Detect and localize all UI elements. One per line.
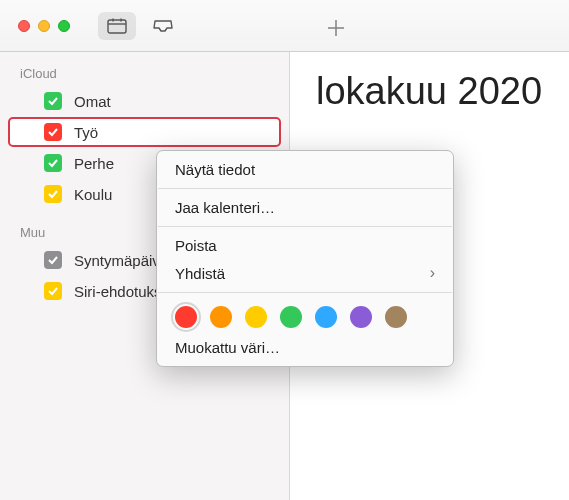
zoom-window-button[interactable] [58,20,70,32]
plus-icon [326,18,346,38]
menu-label: Jaa kalenteri… [175,199,275,216]
titlebar [0,0,569,52]
color-swatch-red[interactable] [175,306,197,328]
checkbox-icon[interactable] [44,185,62,203]
close-window-button[interactable] [18,20,30,32]
inbox-button[interactable] [144,12,182,40]
checkbox-icon[interactable] [44,251,62,269]
checkbox-icon[interactable] [44,282,62,300]
calendars-toggle-button[interactable] [98,12,136,40]
menu-item-custom-color[interactable]: Muokattu väri… [157,334,453,361]
inbox-icon [153,18,173,34]
checkbox-icon[interactable] [44,92,62,110]
checkbox-icon[interactable] [44,154,62,172]
color-swatch-brown[interactable] [385,306,407,328]
menu-item-show-info[interactable]: Näytä tiedot [157,156,453,183]
color-swatch-yellow[interactable] [245,306,267,328]
app-window: iCloud Omat Työ Perhe [0,0,569,500]
calendar-label: Työ [74,124,98,141]
color-swatch-purple[interactable] [350,306,372,328]
menu-label: Näytä tiedot [175,161,255,178]
calendar-icon [107,18,127,34]
minimize-window-button[interactable] [38,20,50,32]
calendar-label: Omat [74,93,111,110]
menu-separator [158,226,452,227]
svg-rect-0 [108,20,126,33]
calendar-label: Koulu [74,186,112,203]
context-menu: Näytä tiedot Jaa kalenteri… Poista Yhdis… [156,150,454,367]
color-swatch-green[interactable] [280,306,302,328]
color-swatch-blue[interactable] [315,306,337,328]
calendar-item-omat[interactable]: Omat [8,86,281,116]
calendar-label: Perhe [74,155,114,172]
section-header-icloud: iCloud [0,60,289,85]
menu-item-merge[interactable]: Yhdistä › [157,259,453,287]
menu-separator [158,188,452,189]
menu-item-delete[interactable]: Poista [157,232,453,259]
add-event-button[interactable] [320,12,352,44]
color-picker-row [157,298,453,334]
menu-separator [158,292,452,293]
window-controls [18,20,70,32]
color-swatch-orange[interactable] [210,306,232,328]
menu-item-share[interactable]: Jaa kalenteri… [157,194,453,221]
calendar-item-tyo[interactable]: Työ [8,117,281,147]
chevron-right-icon: › [430,264,435,282]
month-title: lokakuu 2020 [316,70,542,113]
menu-label: Poista [175,237,217,254]
menu-label: Yhdistä [175,265,225,282]
checkbox-icon[interactable] [44,123,62,141]
menu-label: Muokattu väri… [175,339,280,356]
